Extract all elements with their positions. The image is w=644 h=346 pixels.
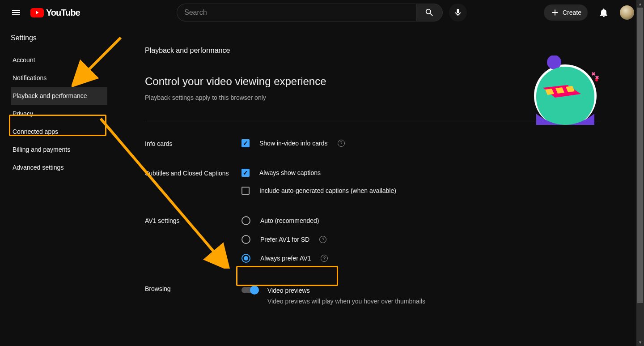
svg-point-1 bbox=[547, 56, 561, 69]
av1-row: AV1 settings Auto (recommended) Prefer A… bbox=[145, 216, 644, 263]
browsing-row: Browsing Video previews Video previews w… bbox=[145, 284, 644, 305]
sidebar-item-connected-apps[interactable]: Connected apps bbox=[11, 123, 107, 141]
sidebar-item-privacy[interactable]: Privacy bbox=[11, 105, 107, 123]
scrollbar-track[interactable] bbox=[636, 8, 644, 338]
logo-text: YouTube bbox=[46, 8, 80, 18]
settings-sidebar: Settings Account Notifications Playback … bbox=[0, 25, 107, 346]
page-title: Playback and performance bbox=[145, 47, 644, 55]
microphone-icon bbox=[453, 8, 462, 17]
sidebar-item-label: Advanced settings bbox=[13, 164, 64, 171]
always-show-captions-checkbox[interactable] bbox=[242, 169, 250, 177]
always-show-captions-label: Always show captions bbox=[259, 169, 321, 176]
search-icon bbox=[424, 8, 434, 17]
captions-row: Subtitles and Closed Captions Always sho… bbox=[145, 169, 644, 195]
av1-always-radio[interactable] bbox=[242, 254, 250, 263]
help-icon[interactable]: ? bbox=[321, 255, 328, 262]
sidebar-item-label: Notifications bbox=[13, 74, 47, 81]
info-cards-row: Info cards Show in-video info cards ? bbox=[145, 139, 644, 147]
menu-button[interactable] bbox=[7, 4, 25, 21]
scrollbar-thumb[interactable] bbox=[637, 8, 643, 303]
video-previews-desc: Video previews will play when you hover … bbox=[267, 298, 425, 305]
bell-icon bbox=[598, 7, 609, 18]
search-input[interactable] bbox=[177, 4, 416, 21]
av1-always-label: Always prefer AV1 bbox=[260, 255, 311, 262]
sidebar-item-label: Account bbox=[13, 56, 35, 64]
top-right-controls: Create bbox=[544, 4, 634, 21]
header-illustration bbox=[530, 56, 601, 125]
sidebar-item-label: Privacy bbox=[13, 110, 33, 117]
auto-captions-label: Include auto-generated captions (when av… bbox=[259, 187, 396, 194]
captions-label: Subtitles and Closed Captions bbox=[145, 169, 242, 195]
help-icon[interactable]: ? bbox=[319, 236, 326, 243]
sidebar-item-billing[interactable]: Billing and payments bbox=[11, 141, 107, 158]
sidebar-item-account[interactable]: Account bbox=[11, 51, 107, 69]
vertical-scrollbar: ▲ ▼ bbox=[636, 0, 644, 346]
sidebar-item-label: Playback and performance bbox=[13, 92, 87, 99]
scrollbar-down-button[interactable]: ▼ bbox=[636, 338, 644, 346]
av1-auto-label: Auto (recommended) bbox=[260, 217, 319, 224]
av1-sd-label: Prefer AV1 for SD bbox=[260, 236, 309, 243]
video-previews-toggle[interactable] bbox=[242, 287, 258, 293]
plus-icon bbox=[550, 8, 560, 17]
browsing-label: Browsing bbox=[145, 284, 242, 305]
create-button[interactable]: Create bbox=[544, 4, 588, 21]
sidebar-item-label: Connected apps bbox=[13, 128, 58, 135]
sidebar-item-playback[interactable]: Playback and performance bbox=[11, 87, 107, 105]
top-bar: YouTube Create bbox=[0, 0, 644, 25]
settings-title: Settings bbox=[11, 34, 107, 42]
info-cards-option-label: Show in-video info cards bbox=[259, 140, 328, 147]
av1-sd-radio[interactable] bbox=[242, 235, 250, 244]
voice-search-button[interactable] bbox=[449, 4, 467, 21]
auto-captions-checkbox[interactable] bbox=[242, 187, 250, 195]
svg-point-2 bbox=[595, 79, 598, 81]
scrollbar-up-button[interactable]: ▲ bbox=[636, 0, 644, 8]
notifications-button[interactable] bbox=[595, 4, 613, 21]
av1-auto-radio[interactable] bbox=[242, 216, 250, 225]
sidebar-item-advanced[interactable]: Advanced settings bbox=[11, 158, 107, 176]
avatar[interactable] bbox=[620, 5, 634, 20]
info-cards-checkbox[interactable] bbox=[242, 139, 250, 147]
av1-label: AV1 settings bbox=[145, 216, 242, 263]
help-icon[interactable]: ? bbox=[338, 140, 345, 147]
sidebar-item-notifications[interactable]: Notifications bbox=[11, 69, 107, 87]
create-label: Create bbox=[563, 9, 581, 16]
youtube-logo[interactable]: YouTube bbox=[30, 8, 80, 18]
search-button[interactable] bbox=[416, 4, 443, 21]
settings-content: Playback and performance Control your vi… bbox=[107, 25, 644, 346]
video-previews-title: Video previews bbox=[267, 287, 425, 294]
hamburger-icon bbox=[11, 7, 21, 18]
sidebar-item-label: Billing and payments bbox=[13, 146, 70, 153]
search-bar bbox=[177, 4, 467, 21]
info-cards-label: Info cards bbox=[145, 139, 242, 147]
